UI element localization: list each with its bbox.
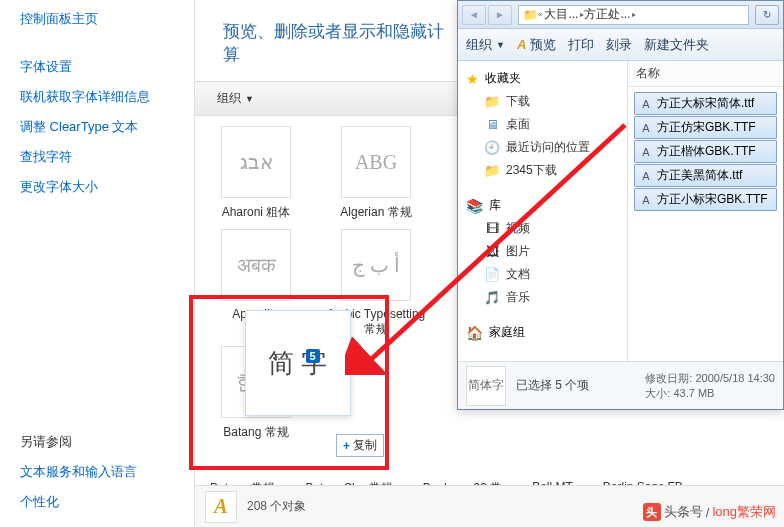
print-button[interactable]: 打印 (568, 36, 594, 54)
nav-font-settings[interactable]: 字体设置 (0, 52, 194, 82)
tree-recent[interactable]: 🕘最近访问的位置 (458, 136, 627, 159)
music-icon: 🎵 (484, 290, 500, 306)
font-file-icon: A (639, 145, 653, 159)
library-icon: 📚 (466, 198, 483, 214)
video-icon: 🎞 (484, 221, 500, 237)
page-title: 预览、删除或者显示和隐藏计算 (195, 0, 457, 81)
nav-personalize[interactable]: 个性化 (0, 487, 194, 517)
drag-count-badge: 5 (306, 349, 320, 363)
organize-button[interactable]: 组织▼ (466, 36, 505, 54)
plus-icon: + (343, 439, 350, 453)
column-name[interactable]: 名称 (628, 61, 783, 87)
star-icon: ★ (466, 71, 479, 87)
file-item[interactable]: A方正小标宋GBK.TTF (634, 188, 777, 211)
new-folder-button[interactable]: 新建文件夹 (644, 36, 709, 54)
preview-button[interactable]: A预览 (517, 36, 556, 54)
address-bar[interactable]: 📁 «大目...▸ 方正处...▸ (518, 5, 749, 25)
tree-pictures[interactable]: 🖼图片 (458, 240, 627, 263)
font-item[interactable]: אבג Aharoni 粗体 (200, 126, 312, 221)
explorer-toolbar: 组织▼ A预览 打印 刻录 新建文件夹 (458, 29, 783, 61)
drag-font-icon: 简 字 5 (245, 310, 351, 416)
explorer-status-bar: 简体字 已选择 5 个项 修改日期: 2000/5/18 14:30 大小: 4… (458, 361, 783, 409)
back-button[interactable]: ◄ (462, 5, 486, 25)
main-toolbar: 组织▼ (195, 81, 457, 116)
font-folder-icon: A (205, 491, 237, 523)
font-preview-icon: अबक (221, 229, 291, 301)
font-file-icon: A (639, 169, 653, 183)
font-file-icon: A (639, 121, 653, 135)
refresh-button[interactable]: ↻ (755, 5, 779, 25)
explorer-window: ◄ ► 📁 «大目...▸ 方正处...▸ ↻ 组织▼ A预览 打印 刻录 新建… (457, 0, 784, 410)
nav-cleartype[interactable]: 调整 ClearType 文本 (0, 112, 194, 142)
font-label: Aharoni 粗体 (200, 204, 312, 221)
nav-online-fonts[interactable]: 联机获取字体详细信息 (0, 82, 194, 112)
nav-text-services[interactable]: 文本服务和输入语言 (0, 457, 194, 487)
file-panel: 名称 A方正大标宋简体.ttf A方正仿宋GBK.TTF A方正楷体GBK.TT… (628, 61, 783, 361)
font-preview-icon: אבג (221, 126, 291, 198)
recent-icon: 🕘 (484, 140, 500, 156)
desktop-icon: 🖥 (484, 117, 500, 133)
tree-2345[interactable]: 📁2345下载 (458, 159, 627, 182)
font-item[interactable]: ABG Algerian 常规 (320, 126, 432, 221)
folder-icon: 📁 (484, 163, 500, 179)
document-icon: 📄 (484, 267, 500, 283)
nav-home[interactable]: 控制面板主页 (0, 4, 194, 34)
favorites-header[interactable]: ★收藏夹 (458, 67, 627, 90)
font-file-icon: A (639, 193, 653, 207)
watermark: 头 头条号 / long繁荣网 (643, 503, 776, 521)
library-header[interactable]: 📚库 (458, 194, 627, 217)
font-preview-icon: أ ب ج (341, 229, 411, 301)
homegroup-header[interactable]: 🏠家庭组 (458, 321, 627, 344)
nav-font-size[interactable]: 更改字体大小 (0, 172, 194, 202)
nav-find-char[interactable]: 查找字符 (0, 142, 194, 172)
tree-desktop[interactable]: 🖥桌面 (458, 113, 627, 136)
status-text: 208 个对象 (247, 498, 306, 515)
explorer-navbar: ◄ ► 📁 «大目...▸ 方正处...▸ ↻ (458, 1, 783, 29)
burn-button[interactable]: 刻录 (606, 36, 632, 54)
file-item[interactable]: A方正仿宋GBK.TTF (634, 116, 777, 139)
tree-music[interactable]: 🎵音乐 (458, 286, 627, 309)
tree-video[interactable]: 🎞视频 (458, 217, 627, 240)
control-panel-sidebar: 控制面板主页 字体设置 联机获取字体详细信息 调整 ClearType 文本 查… (0, 0, 195, 527)
status-font-icon: 简体字 (466, 366, 506, 406)
fonts-main-panel: 预览、删除或者显示和隐藏计算 组织▼ אבג Aharoni 粗体 ABG Al… (195, 0, 457, 527)
tree-downloads[interactable]: 📁下载 (458, 90, 627, 113)
font-label: Algerian 常规 (320, 204, 432, 221)
file-item[interactable]: A方正楷体GBK.TTF (634, 140, 777, 163)
font-preview-icon: ABG (341, 126, 411, 198)
copy-tooltip: + 复制 (336, 434, 384, 457)
font-file-icon: A (639, 97, 653, 111)
tree-panel: ★收藏夹 📁下载 🖥桌面 🕘最近访问的位置 📁2345下载 📚库 🎞视频 🖼图片… (458, 61, 628, 361)
forward-button[interactable]: ► (488, 5, 512, 25)
file-item[interactable]: A方正大标宋简体.ttf (634, 92, 777, 115)
toutiao-logo-icon: 头 (643, 503, 661, 521)
tree-documents[interactable]: 📄文档 (458, 263, 627, 286)
chevron-down-icon: ▼ (245, 94, 254, 104)
organize-button[interactable]: 组织▼ (209, 87, 262, 110)
file-item[interactable]: A方正美黑简体.ttf (634, 164, 777, 187)
selected-count: 已选择 5 个项 (516, 377, 589, 394)
folder-icon: 📁 (484, 94, 500, 110)
homegroup-icon: 🏠 (466, 325, 483, 341)
picture-icon: 🖼 (484, 244, 500, 260)
drag-preview: 简 字 5 + 复制 (229, 310, 366, 447)
see-also-title: 另请参阅 (0, 427, 194, 457)
